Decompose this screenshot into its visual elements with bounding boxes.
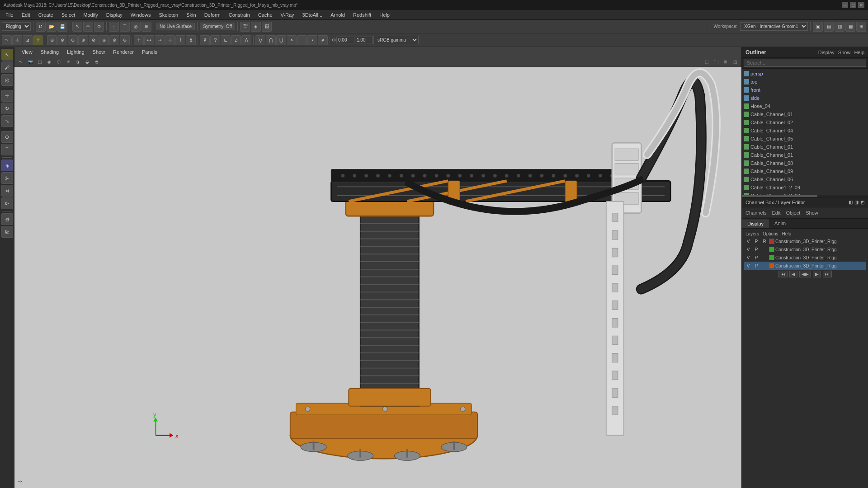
lattice-button[interactable]: ⊳ — [1, 197, 13, 209]
select-tool-icon[interactable]: ↖ — [2, 35, 12, 45]
outliner-item-side[interactable]: side — [742, 94, 868, 102]
constraint-tool-2[interactable]: ⊷ — [144, 35, 154, 45]
outliner-item-persp[interactable]: persp — [742, 70, 868, 78]
prev-frame-button[interactable]: ◀ — [789, 271, 797, 277]
channel-box-icon-2[interactable]: ◨ — [854, 200, 859, 205]
menu-constrain[interactable]: Constrain — [225, 11, 254, 19]
channel-box-icon-3[interactable]: ◩ — [860, 200, 864, 205]
transform-snap-5[interactable]: ⋀ — [241, 35, 251, 45]
history-button[interactable]: ⊙ — [1, 131, 13, 143]
outliner-item-hose04[interactable]: Hose_04 — [742, 102, 868, 110]
layer-r-1[interactable]: R — [761, 239, 768, 244]
maximize-button[interactable]: □ — [850, 2, 856, 8]
resize-icon-1[interactable]: ▣ — [813, 22, 823, 32]
menu-redshift[interactable]: Redshift — [349, 11, 375, 19]
lasso-tool-icon[interactable]: ⊹ — [12, 35, 22, 45]
outliner-item-cable02[interactable]: Cable_Channel_02 — [742, 118, 868, 127]
joint-tool-button[interactable]: ◈ — [1, 160, 13, 171]
rig-tool-1[interactable]: ⊕ — [47, 35, 57, 45]
paint-mode-icon[interactable]: ✏ — [83, 22, 93, 32]
vp-menu-show[interactable]: Show — [89, 48, 109, 56]
transform-snap-2[interactable]: ⊽ — [210, 35, 220, 45]
select-tool-button[interactable]: ↖ — [1, 49, 13, 61]
viewport[interactable]: View Shading Lighting Show Renderer Pane… — [14, 47, 741, 488]
symmetry-button[interactable]: Symmetry: Off — [200, 23, 235, 30]
menu-display[interactable]: Display — [103, 11, 126, 19]
layer-v-4[interactable]: V — [745, 263, 752, 268]
menu-vray[interactable]: V-Ray — [277, 11, 298, 19]
menu-arnold[interactable]: Arnold — [327, 11, 349, 19]
ipr-icon[interactable]: ◈ — [251, 22, 261, 32]
outliner-item-cable06[interactable]: Cable_Channel_06 — [742, 175, 868, 183]
outliner-item-cable05[interactable]: Cable_Channel_05 — [742, 135, 868, 143]
constraint-tool-4[interactable]: ⊹ — [165, 35, 175, 45]
vis-tool-5[interactable]: ⋅ — [297, 35, 307, 45]
step-input-2[interactable] — [355, 37, 373, 43]
move-tool-icon[interactable]: ✛ — [33, 35, 43, 45]
outliner-item-cable08[interactable]: Cable_Channel_08 — [742, 159, 868, 167]
vis-tool-2[interactable]: ⋂ — [266, 35, 276, 45]
resize-icon-5[interactable]: ⊞ — [856, 22, 866, 32]
render-icon[interactable]: 🎬 — [240, 22, 250, 32]
vp-display-icon[interactable]: ◫ — [35, 58, 44, 66]
help-menu-button[interactable]: Help — [782, 231, 791, 236]
vp-grid-icon[interactable]: ⊞ — [721, 58, 730, 66]
next-frame-button[interactable]: ▶ — [813, 271, 821, 277]
scale-tool-button[interactable]: ⤡ — [1, 115, 13, 127]
paint-button[interactable]: ⊵ — [1, 226, 13, 238]
cluster-button[interactable]: ⊲ — [1, 185, 13, 197]
outliner-item-cable210[interactable]: Cable_Channe1_2_10 — [742, 192, 868, 195]
move-tool-button[interactable]: ✛ — [1, 90, 13, 102]
resize-icon-3[interactable]: ▥ — [835, 22, 844, 32]
rotate-tool-button[interactable]: ↻ — [1, 103, 13, 114]
outliner-item-cable01b[interactable]: Cable_Channel_01 — [742, 143, 868, 151]
channel-box-header[interactable]: Channel Box / Layer Editor ◧ ◨ ◩ — [742, 197, 868, 207]
vp-light-icon[interactable]: ☀ — [64, 58, 73, 66]
ik-handle-button[interactable]: ⊱ — [1, 172, 13, 184]
layers-menu-button[interactable]: Layers — [745, 231, 759, 236]
outliner-show-menu[interactable]: Show — [838, 50, 851, 55]
vp-menu-view[interactable]: View — [18, 48, 36, 56]
layer-p-4[interactable]: P — [753, 263, 760, 268]
viewport-3d-content[interactable]: x y ⊹ — [14, 67, 741, 488]
options-menu-button[interactable]: Options — [763, 231, 778, 236]
object-menu[interactable]: Object — [786, 210, 800, 216]
sculpt-button[interactable]: ⊴ — [1, 213, 13, 225]
outliner-item-top[interactable]: top — [742, 78, 868, 86]
menu-windows[interactable]: Windows — [127, 11, 155, 19]
rig-tool-2[interactable]: ⊗ — [57, 35, 67, 45]
menu-file[interactable]: File — [2, 11, 17, 19]
constraint-tool-1[interactable]: ✛ — [134, 35, 144, 45]
show-menu[interactable]: Show — [806, 210, 818, 216]
rig-tool-8[interactable]: ⊝ — [120, 35, 130, 45]
channel-box-icon-1[interactable]: ◧ — [849, 200, 853, 205]
constraint-tool-6[interactable]: ⊻ — [186, 35, 196, 45]
outliner-item-cable01c[interactable]: Cable_Channel_01 — [742, 151, 868, 159]
vis-tool-6[interactable]: ⋆ — [307, 35, 317, 45]
display-tab[interactable]: Display — [742, 219, 769, 228]
menu-help[interactable]: Help — [376, 11, 393, 19]
soft-select-button[interactable]: ◎ — [1, 74, 13, 86]
channels-menu[interactable]: Channels — [745, 210, 766, 216]
transform-snap-1[interactable]: ⊼ — [200, 35, 210, 45]
vp-menu-shading[interactable]: Shading — [37, 48, 62, 56]
layer-v-2[interactable]: V — [745, 247, 752, 252]
prev-keyframe-button[interactable]: ⏮ — [778, 271, 788, 277]
vp-texture-icon[interactable]: ⬡ — [54, 58, 63, 66]
curve-tool-button[interactable]: ⌒ — [1, 144, 13, 155]
snap-curve-icon[interactable]: ⌒ — [120, 22, 130, 32]
menu-3dtoall[interactable]: 3DtoAll... — [299, 11, 326, 19]
outliner-item-cable01[interactable]: Cable_Channel_01 — [742, 110, 868, 118]
vis-tool-1[interactable]: ⋁ — [255, 35, 265, 45]
layer-row-1[interactable]: V P R Construction_3D_Printer_Rigg — [744, 237, 866, 245]
layer-p-1[interactable]: P — [753, 239, 760, 244]
menu-skin[interactable]: Skin — [183, 11, 199, 19]
rig-tool-3[interactable]: ⊙ — [68, 35, 78, 45]
color-space-selector[interactable]: sRGB gamma — [373, 36, 419, 44]
transform-snap-3[interactable]: ⊾ — [221, 35, 231, 45]
vp-camera-icon[interactable]: 📷 — [26, 58, 35, 66]
resize-icon-2[interactable]: ▤ — [824, 22, 834, 32]
rig-tool-6[interactable]: ⊛ — [99, 35, 109, 45]
save-scene-icon[interactable]: 💾 — [57, 22, 67, 32]
outliner-help-menu[interactable]: Help — [854, 50, 864, 55]
